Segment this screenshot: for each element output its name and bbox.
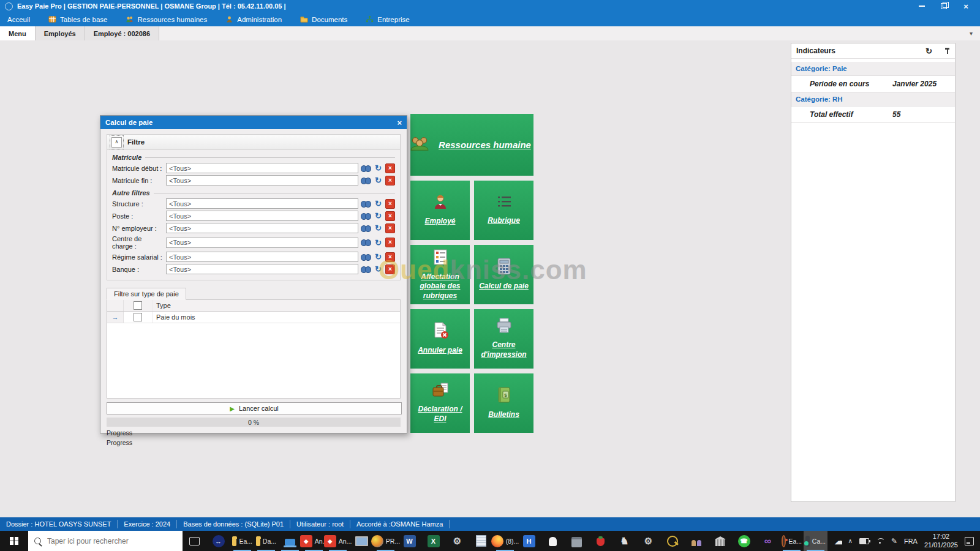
task-view-button[interactable]: [183, 531, 206, 551]
tile-affectation-globale[interactable]: Affectation globale des rubriques: [410, 245, 470, 304]
taskbar-app-tools[interactable]: ⚙: [445, 531, 469, 551]
type-table-row-paie-du-mois[interactable]: → Paie du mois: [107, 312, 400, 323]
clear-field-button[interactable]: ×: [385, 264, 395, 274]
tile-declaration-edi[interactable]: Déclaration / EDI: [410, 373, 470, 433]
taskbar-app-computer[interactable]: [350, 531, 374, 551]
taskbar-app-paint[interactable]: PR...: [374, 531, 398, 551]
dialog-title-bar[interactable]: Calcul de paie ×: [100, 116, 407, 129]
tile-rubrique[interactable]: Rubrique: [474, 181, 533, 240]
clear-field-button[interactable]: ×: [385, 199, 395, 209]
taskbar-app-easy-paie[interactable]: Ea...: [780, 531, 804, 551]
taskbar-app-chess[interactable]: ♞: [612, 531, 636, 551]
start-button[interactable]: [0, 531, 28, 551]
tab-employes[interactable]: Employés: [36, 26, 85, 40]
taskbar-app-excel[interactable]: X: [421, 531, 445, 551]
structure-input[interactable]: [166, 198, 358, 209]
tile-ressources-humaine[interactable]: Ressources humaine: [410, 114, 533, 176]
taskbar-app-cloud[interactable]: ☁1: [827, 531, 842, 551]
taskbar-app-laptop[interactable]: [278, 531, 302, 551]
refresh-icon[interactable]: ↻: [374, 239, 383, 247]
refresh-icon[interactable]: ↻: [374, 200, 383, 208]
restore-button[interactable]: [940, 2, 948, 10]
taskbar-app-word[interactable]: W: [398, 531, 421, 551]
refresh-icon[interactable]: ↻: [374, 176, 383, 184]
menu-item-documents[interactable]: Documents: [300, 15, 347, 23]
matricule-fin-input[interactable]: [166, 175, 358, 186]
select-all-checkbox[interactable]: [134, 301, 142, 310]
taskbar-app-strawberry[interactable]: [589, 531, 612, 551]
clear-field-button[interactable]: ×: [385, 223, 395, 233]
lancer-calcul-button[interactable]: ▶ Lancer calcul: [107, 402, 402, 414]
clear-field-button[interactable]: ×: [385, 238, 395, 247]
indicator-periode-en-cours[interactable]: Periode en cours Janvier 2025: [791, 76, 955, 92]
taskbar-app-register[interactable]: [565, 531, 589, 551]
poste-input[interactable]: [166, 211, 358, 221]
refresh-icon[interactable]: ↻: [374, 253, 383, 261]
refresh-icon[interactable]: ↻: [374, 224, 383, 232]
search-binoculars-icon[interactable]: [361, 212, 371, 220]
search-binoculars-icon[interactable]: [361, 225, 371, 232]
taskbar-app-visual-studio[interactable]: ∞: [756, 531, 780, 551]
battery-icon[interactable]: [859, 538, 869, 544]
refresh-icon[interactable]: ↻: [374, 164, 383, 172]
tile-annuler-paie[interactable]: Annuler paie: [410, 309, 470, 369]
taskbar-app-people[interactable]: [684, 531, 708, 551]
search-binoculars-icon[interactable]: [361, 266, 371, 273]
search-binoculars-icon[interactable]: [361, 177, 371, 184]
search-binoculars-icon[interactable]: [361, 253, 371, 261]
type-filter-tab[interactable]: Filtre sur type de paie: [107, 288, 186, 300]
collapse-button[interactable]: ∧: [111, 137, 122, 148]
refresh-icon[interactable]: ↻: [374, 265, 383, 273]
taskbar-app-teamviewer[interactable]: ↔: [206, 531, 230, 551]
menu-item-acceuil[interactable]: Acceuil: [7, 16, 30, 23]
search-input[interactable]: [46, 536, 176, 546]
menu-item-entreprise[interactable]: Entreprise: [366, 15, 409, 23]
refresh-indicators-icon[interactable]: ↻: [925, 47, 932, 56]
action-center-icon[interactable]: [965, 537, 974, 545]
menu-item-ressources-humaines[interactable]: Ressources humaines: [126, 15, 207, 23]
tab-employe-002086[interactable]: Employé : 002086: [85, 26, 159, 40]
taskbar-app-folder-data[interactable]: Da...: [254, 531, 278, 551]
clear-field-button[interactable]: ×: [385, 211, 395, 221]
taskbar-app-anydesk-1[interactable]: ◆An...: [302, 531, 326, 551]
tile-centre-impression[interactable]: Centre d'impression: [474, 309, 533, 369]
taskbar-app-gears[interactable]: ⚙: [636, 531, 660, 551]
search-binoculars-icon[interactable]: [361, 200, 371, 208]
clear-field-button[interactable]: ×: [385, 176, 395, 186]
minimize-button[interactable]: [918, 2, 926, 10]
row-checkbox[interactable]: [134, 313, 142, 321]
tab-overflow-arrow[interactable]: ▾: [970, 30, 973, 37]
taskbar-app-dental[interactable]: [541, 531, 565, 551]
banque-input[interactable]: [166, 264, 358, 274]
menu-item-administration[interactable]: Administration: [225, 15, 282, 23]
wifi-icon[interactable]: [876, 538, 884, 544]
search-binoculars-icon[interactable]: [361, 165, 371, 172]
tile-employe[interactable]: Employé: [410, 181, 470, 240]
close-button[interactable]: ×: [962, 2, 970, 10]
taskbar-app-firefox[interactable]: (8)...: [493, 531, 517, 551]
clear-field-button[interactable]: ×: [385, 163, 395, 173]
tile-calcul-de-paie[interactable]: Calcul de paie: [474, 245, 533, 304]
language-indicator[interactable]: FRA: [904, 538, 918, 545]
tab-menu[interactable]: Menu: [0, 26, 36, 40]
taskbar-app-h[interactable]: H: [517, 531, 541, 551]
search-binoculars-icon[interactable]: [361, 239, 371, 246]
taskbar-app-keys[interactable]: [660, 531, 684, 551]
taskbar-app-notepad[interactable]: [469, 531, 493, 551]
taskbar-app-whatsapp[interactable]: ☎: [732, 531, 756, 551]
regime-salarial-input[interactable]: [166, 252, 358, 262]
tile-bulletins[interactable]: $ Bulletins: [474, 373, 533, 433]
taskbar-app-folder-easy[interactable]: Ea...: [230, 531, 254, 551]
clock[interactable]: 17:02 21/01/2025: [924, 533, 958, 550]
n-employeur-input[interactable]: [166, 223, 358, 233]
centre-de-charge-input[interactable]: [166, 238, 358, 248]
taskbar-app-caisse[interactable]: Ca...: [804, 531, 827, 551]
matricule-debut-input[interactable]: [166, 163, 358, 173]
dialog-close-button[interactable]: ×: [397, 118, 402, 127]
taskbar-search[interactable]: [28, 531, 183, 551]
clear-field-button[interactable]: ×: [385, 252, 395, 262]
pin-panel-icon[interactable]: [944, 48, 950, 54]
menu-item-tables-de-base[interactable]: Tables de base: [48, 15, 107, 23]
refresh-icon[interactable]: ↻: [374, 212, 383, 220]
taskbar-app-bank[interactable]: [708, 531, 732, 551]
